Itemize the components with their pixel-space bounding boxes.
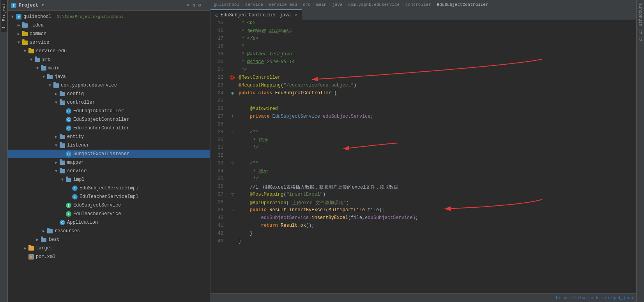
tree-item-edu-teacher-service[interactable]: I EduTeacherService: [8, 210, 210, 218]
code-line-30: 30 * 查询: [211, 137, 636, 145]
bc-gulischool[interactable]: gulischool: [214, 2, 239, 7]
line-content-24[interactable]: public class EduSubjectController {: [237, 90, 636, 98]
line-content-22[interactable]: @RestController: [237, 75, 636, 83]
line-content-35[interactable]: */: [237, 176, 636, 184]
line-content-26[interactable]: @Autowired: [237, 106, 636, 114]
icon-impl: [65, 178, 72, 182]
tree-item-resources[interactable]: ▶ resources: [8, 227, 210, 235]
tree-item-edu-teacher-service-impl[interactable]: C EduTeacherServiceImpl: [8, 193, 210, 201]
tree-item-config[interactable]: ▶ config: [8, 90, 210, 98]
project-tab[interactable]: 1: Project: [1, 0, 7, 32]
bc-com[interactable]: com.yzpnb.eduservice: [348, 2, 400, 7]
locate-icon[interactable]: ⊕: [186, 2, 189, 8]
tree-item-idea[interactable]: ▶ .idea: [8, 21, 210, 30]
line-content-30[interactable]: * 查询: [237, 137, 636, 145]
bc-service[interactable]: service: [245, 2, 263, 7]
line-content-29[interactable]: /**: [237, 129, 636, 137]
tree-item-subject-excel-listener[interactable]: C SubjectExcelListener: [8, 150, 210, 158]
label-service-edu: service-edu: [36, 48, 67, 54]
line-content-38[interactable]: @ApiOperation("上传excel文件添加课程"): [237, 200, 636, 207]
gutter-28: [228, 122, 237, 129]
tab-close-button[interactable]: ✕: [295, 13, 297, 18]
line-content-16[interactable]: * 课程科目 前端控制器: [237, 28, 636, 36]
gutter-33: ▽: [228, 161, 237, 168]
settings-icon[interactable]: ⚙: [198, 2, 201, 8]
tree-item-application[interactable]: C Application: [8, 218, 210, 227]
tree-item-service[interactable]: ▼ service: [8, 38, 210, 47]
line-content-18[interactable]: *: [237, 44, 636, 51]
code-line-34: 34 * 添加: [211, 168, 636, 176]
tree-item-common[interactable]: ▶ common: [8, 30, 210, 38]
tree-item-impl[interactable]: ▼ impl: [8, 175, 210, 184]
line-content-20[interactable]: * @since 2020-05-14: [237, 59, 636, 67]
tree-item-target[interactable]: ▶ target: [8, 244, 210, 253]
line-content-37[interactable]: @PostMapping("insertExcel"): [237, 192, 636, 200]
icon-resources: [47, 229, 53, 233]
code-editor[interactable]: 15 * <p> 16 * 课程科目 前端控制器 17 * </p>: [211, 20, 636, 293]
tree-item-edu-login-controller[interactable]: C EduLoginController: [8, 107, 210, 115]
tree-item-service-inner[interactable]: ▼ service: [8, 167, 210, 175]
label-application: Application: [67, 220, 98, 225]
label-edu-teacher-impl: EduTeacherServiceImpl: [80, 194, 138, 200]
bc-service-edu[interactable]: service-edu: [269, 2, 297, 7]
tree-item-service-edu[interactable]: ▼ service-edu: [8, 47, 210, 55]
tree-item-edu-teacher-controller[interactable]: C EduTeacherController: [8, 124, 210, 132]
tree-item-gulischool[interactable]: ▼ P gulischool D:\IdeaProjects\gulischoo…: [8, 12, 210, 21]
sidebar-dropdown-arrow[interactable]: ▼: [41, 3, 44, 7]
tab-icon: C: [215, 13, 218, 18]
line-content-19[interactable]: * @author testjava: [237, 51, 636, 59]
gutter-31: [228, 145, 237, 153]
status-url[interactable]: https://blog.csdn.net/grd_java: [556, 296, 633, 300]
line-content-43[interactable]: }: [237, 238, 636, 246]
line-content-33[interactable]: /**: [237, 161, 636, 168]
line-content-31[interactable]: */: [237, 145, 636, 153]
label-impl: impl: [73, 177, 85, 182]
code-line-19: 19 * @author testjava: [211, 51, 636, 59]
tree-item-edu-subject-service-impl[interactable]: C EduSubjectServiceImpl: [8, 184, 210, 193]
line-content-15[interactable]: * <p>: [237, 20, 636, 28]
label-main: main: [48, 65, 60, 71]
tree-item-controller[interactable]: ▼ controller: [8, 98, 210, 107]
line-number-28: 28: [211, 122, 228, 129]
tree-item-entity[interactable]: ▶ entity: [8, 132, 210, 141]
tree-item-mapper[interactable]: ▶ mapper: [8, 158, 210, 167]
line-content-21[interactable]: */: [237, 67, 636, 75]
tree-item-edu-subject-controller[interactable]: C EduSubjectController: [8, 115, 210, 124]
tree-item-main[interactable]: ▼ main: [8, 64, 210, 72]
line-content-34[interactable]: * 添加: [237, 168, 636, 176]
tree-item-src[interactable]: ▼ src: [8, 55, 210, 64]
tree-item-test[interactable]: ▶ test: [8, 235, 210, 244]
line-content-28[interactable]: [237, 122, 636, 129]
tree-item-edu-subject-service[interactable]: I EduSubjectService: [8, 201, 210, 210]
line-content-40[interactable]: eduSubjectService.insertByExcel(file,edu…: [237, 215, 636, 223]
line-content-25[interactable]: [237, 98, 636, 106]
line-content-41[interactable]: return Result.ok();: [237, 223, 636, 231]
line-content-23[interactable]: @RequestMapping("/eduservice/edu-subject…: [237, 83, 636, 90]
line-content-39[interactable]: public Result insertByExcel(MultipartFil…: [237, 207, 636, 215]
tree-item-package[interactable]: ▼ com.yzpnb.eduservice: [8, 81, 210, 90]
label-edu-subject-impl: EduSubjectServiceImpl: [80, 185, 138, 191]
bc-controller[interactable]: controller: [405, 2, 431, 7]
tree-item-listener[interactable]: ▼ listener: [8, 141, 210, 150]
tab-edu-subject-controller[interactable]: C EduSubjectController.java ✕: [211, 9, 302, 20]
line-number-29: 29: [211, 129, 228, 137]
code-line-37: 37 ▽ @PostMapping("insertExcel"): [211, 192, 636, 200]
close-sidebar-button[interactable]: —: [204, 2, 207, 8]
line-content-42[interactable]: }: [237, 231, 636, 238]
code-lines-table: 15 * <p> 16 * 课程科目 前端控制器 17 * </p>: [211, 20, 636, 246]
bc-src[interactable]: src: [303, 2, 311, 7]
bc-main[interactable]: main: [316, 2, 326, 7]
icon-pom: m: [28, 254, 34, 260]
line-content-27[interactable]: private EduSubjectService eduSubjectServ…: [237, 114, 636, 122]
tree-item-java[interactable]: ▼ java: [8, 72, 210, 81]
structure-label[interactable]: 2: Z: Structure: [637, 0, 644, 45]
line-number-40: 40: [211, 215, 228, 223]
line-content-32[interactable]: [237, 153, 636, 161]
line-content-36[interactable]: //1、根据excel表格插入数据，获取用户上传的excel文件，读取数据: [237, 184, 636, 192]
tree-item-pom[interactable]: m pom.xml: [8, 253, 210, 261]
line-content-17[interactable]: * </p>: [237, 36, 636, 44]
code-line-18: 18 *: [211, 44, 636, 51]
bc-java[interactable]: java: [332, 2, 342, 7]
collapse-icon[interactable]: ⇅: [192, 2, 195, 8]
icon-config: [59, 92, 65, 96]
